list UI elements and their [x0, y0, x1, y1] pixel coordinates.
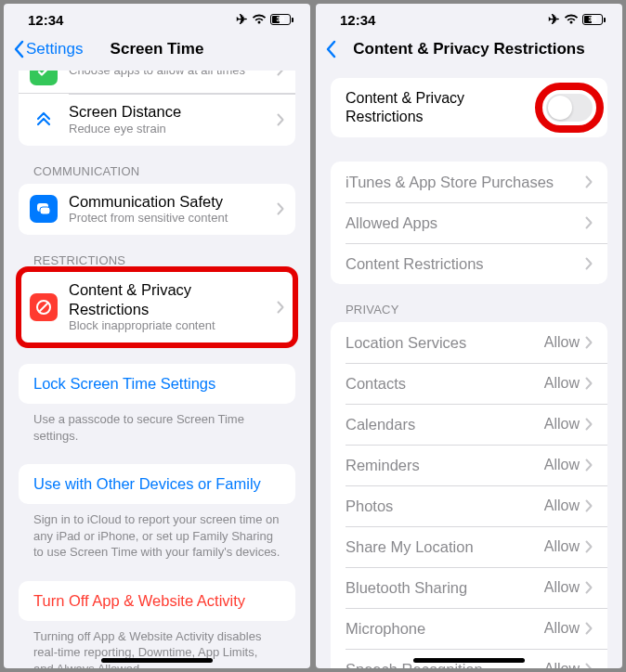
nav-bar: Settings Screen Time — [4, 32, 310, 71]
row-content-privacy-title: Content & Privacy Restrictions — [69, 280, 271, 318]
status-time: 12:34 — [28, 12, 63, 28]
row-label: Content Restrictions — [346, 254, 580, 274]
row-communication-safety-title: Communication Safety — [69, 192, 271, 212]
airplane-icon: ✈︎ — [236, 11, 248, 28]
chevron-right-icon — [277, 202, 284, 215]
group-other-devices: Use with Other Devices or Family — [19, 464, 295, 504]
row-contacts[interactable]: ContactsAllow — [331, 363, 607, 404]
row-label: Share My Location — [346, 537, 544, 557]
chevron-right-icon — [585, 336, 593, 349]
cpr-toggle[interactable] — [546, 94, 593, 122]
home-indicator[interactable] — [413, 658, 525, 663]
row-value: Allow — [544, 375, 580, 392]
row-communication-safety[interactable]: Communication Safety Protect from sensit… — [19, 184, 295, 236]
turnoff-button[interactable]: Turn Off App & Website Activity — [19, 581, 295, 621]
row-location-services[interactable]: Location ServicesAllow — [331, 322, 607, 363]
svg-rect-1 — [40, 207, 50, 214]
row-screen-distance-title: Screen Distance — [69, 102, 271, 122]
group-privacy: Location ServicesAllowContactsAllowCalen… — [331, 322, 607, 668]
group-communication: Communication Safety Protect from sensit… — [19, 184, 295, 236]
privacy-header: PRIVACY — [346, 303, 593, 317]
lock-settings-button[interactable]: Lock Screen Time Settings — [19, 364, 295, 404]
row-label: Allowed Apps — [346, 213, 580, 233]
left-scroll[interactable]: Choose apps to allow at all times Screen… — [4, 71, 310, 668]
row-label: Contacts — [346, 374, 544, 394]
chevron-left-icon — [325, 40, 336, 58]
restrictions-header: RESTRICTIONS — [33, 253, 280, 267]
status-right: ✈︎ 38 — [548, 11, 606, 28]
cpr-toggle-label: Content & Privacy Restrictions — [346, 89, 546, 126]
chevron-right-icon — [585, 581, 593, 594]
chevron-right-icon — [585, 418, 593, 431]
row-label: iTunes & App Store Purchases — [346, 173, 580, 192]
row-value: Allow — [544, 661, 580, 668]
chevron-right-icon — [585, 663, 593, 668]
row-label: Reminders — [346, 456, 544, 475]
airplane-icon: ✈︎ — [548, 11, 560, 28]
row-value: Allow — [544, 457, 580, 473]
svg-line-3 — [40, 304, 48, 312]
chevron-right-icon — [277, 71, 284, 76]
row-always-allowed-sub: Choose apps to allow at all times — [69, 71, 271, 79]
wifi-icon — [564, 12, 579, 28]
other-footer: Sign in to iCloud to report your screen … — [33, 511, 280, 561]
left-phone: 12:34 ✈︎ 38 Settings Screen Time Choose … — [4, 4, 310, 668]
page-title: Content & Privacy Restrictions — [316, 40, 622, 58]
row-label: Location Services — [346, 333, 544, 353]
status-right: ✈︎ 38 — [236, 11, 293, 28]
chevron-right-icon — [585, 540, 593, 553]
row-cpr-toggle: Content & Privacy Restrictions — [331, 78, 607, 137]
chevron-right-icon — [585, 216, 593, 229]
row-photos[interactable]: PhotosAllow — [331, 485, 607, 526]
group-store: iTunes & App Store PurchasesAllowed Apps… — [331, 162, 607, 284]
chat-icon — [30, 195, 58, 223]
row-always-allowed[interactable]: Choose apps to allow at all times — [19, 71, 295, 94]
row-content-privacy-sub: Block inappropriate content — [69, 318, 271, 334]
row-calendars[interactable]: CalendarsAllow — [331, 404, 607, 445]
battery-icon: 38 — [270, 14, 293, 25]
row-bluetooth-sharing[interactable]: Bluetooth SharingAllow — [331, 567, 607, 608]
row-share-my-location[interactable]: Share My LocationAllow — [331, 526, 607, 567]
row-value: Allow — [544, 579, 580, 596]
right-scroll[interactable]: Content & Privacy Restrictions iTunes & … — [316, 71, 622, 668]
chevron-left-icon — [13, 40, 24, 58]
row-content-privacy[interactable]: Content & Privacy Restrictions Block ina… — [19, 269, 295, 345]
group-turnoff: Turn Off App & Website Activity — [19, 581, 295, 621]
right-phone: 12:34 ✈︎ 38 Content & Privacy Restrictio… — [316, 4, 622, 668]
communication-header: COMMUNICATION — [33, 164, 280, 178]
other-devices-button[interactable]: Use with Other Devices or Family — [19, 464, 295, 504]
row-label: Microphone — [346, 619, 544, 639]
home-indicator[interactable] — [101, 658, 213, 663]
back-label: Settings — [26, 40, 83, 58]
group-top: Choose apps to allow at all times Screen… — [19, 71, 295, 146]
row-microphone[interactable]: MicrophoneAllow — [331, 608, 607, 649]
status-bar: 12:34 ✈︎ 38 — [316, 4, 622, 32]
row-value: Allow — [544, 416, 580, 433]
chevron-right-icon — [585, 499, 593, 512]
row-value: Allow — [544, 498, 580, 514]
row-screen-distance[interactable]: Screen Distance Reduce eye strain — [19, 94, 295, 146]
checkmark-icon — [30, 71, 58, 85]
group-restrictions: Content & Privacy Restrictions Block ina… — [19, 269, 295, 345]
chevron-right-icon — [585, 257, 593, 270]
row-value: Allow — [544, 334, 580, 351]
row-screen-distance-sub: Reduce eye strain — [69, 122, 271, 137]
nosign-icon — [30, 293, 58, 321]
back-button[interactable]: Settings — [13, 40, 83, 58]
row-content-restrictions[interactable]: Content Restrictions — [331, 243, 607, 284]
status-time: 12:34 — [340, 12, 375, 28]
row-reminders[interactable]: RemindersAllow — [331, 445, 607, 485]
row-communication-safety-sub: Protect from sensitive content — [69, 211, 271, 226]
chevron-right-icon — [585, 459, 593, 472]
group-toggle: Content & Privacy Restrictions — [331, 78, 607, 137]
row-label: Bluetooth Sharing — [346, 578, 544, 598]
battery-icon: 38 — [582, 14, 606, 25]
chevron-right-icon — [585, 622, 593, 635]
distance-icon — [30, 106, 58, 134]
back-button[interactable] — [325, 40, 338, 58]
row-allowed-apps[interactable]: Allowed Apps — [331, 202, 607, 243]
row-label: Calendars — [346, 415, 544, 434]
chevron-right-icon — [585, 377, 593, 390]
wifi-icon — [252, 12, 267, 28]
row-itunes-app-store-purchases[interactable]: iTunes & App Store Purchases — [331, 162, 607, 202]
